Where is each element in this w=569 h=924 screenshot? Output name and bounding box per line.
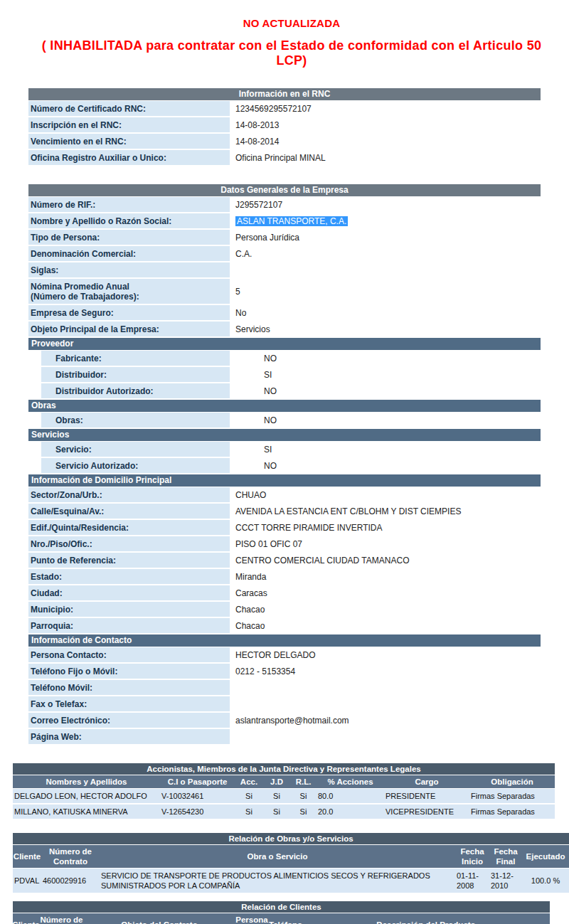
field-label: Punto de Referencia: [28, 553, 230, 568]
field-value: NO [230, 458, 541, 473]
field-label: Vencimiento en el RNC: [28, 134, 230, 149]
field-label: Correo Electrónico: [28, 713, 230, 728]
field-value [230, 262, 541, 277]
selected-company-name: ASLAN TRANSPORTE, C.A. [235, 216, 348, 226]
cell-cedula: V-12654230 [160, 804, 235, 819]
cell-numero-contrato: 4600029916 [41, 869, 100, 893]
field-value: CENTRO COMERCIAL CIUDAD TAMANACO [230, 553, 541, 568]
field-value: HECTOR DELGADO [230, 647, 541, 662]
cell-porcentaje: 20.0 [317, 804, 384, 819]
field-value: Miranda [230, 569, 541, 584]
column-header: Cargo [384, 775, 469, 788]
cell-acc: Si [235, 789, 263, 803]
field-value [230, 680, 541, 695]
field-value: Servicios [230, 322, 541, 336]
column-header: Ejecutado [522, 845, 569, 868]
field-label: Siglas: [28, 262, 230, 277]
field-value: AVENIDA LA ESTANCIA ENT C/BLOHM Y DIST C… [230, 504, 541, 519]
field-value: NO [230, 383, 541, 398]
info-row-parroquia: Parroquia: Chacao [28, 618, 541, 633]
column-header: Fecha Final [489, 845, 522, 868]
field-label: Persona Contacto: [28, 647, 230, 662]
info-row-vencimiento: Vencimiento en el RNC: 14-08-2014 [28, 134, 541, 149]
field-label: Inscripción en el RNC: [28, 117, 230, 132]
info-row-distribuidor-autorizado: Distribuidor Autorizado: NO [28, 383, 541, 398]
table-title: Relación de Obras y/o Servicios [13, 833, 569, 844]
table-row: MILLANO, KATIUSKA MINERVA V-12654230 Si … [13, 804, 555, 819]
field-value: NO [230, 351, 541, 366]
field-value [230, 729, 541, 744]
info-row-telefono-movil: Teléfono Móvil: [28, 680, 541, 695]
cell-jd: Si [263, 804, 290, 819]
section-rnc-info: Información en el RNC Número de Certific… [28, 88, 541, 165]
field-value: Caracas [230, 585, 541, 600]
field-label: Ciudad: [28, 585, 230, 600]
info-row-objeto: Objeto Principal de la Empresa: Servicio… [28, 322, 541, 336]
field-label: Distribuidor: [41, 367, 230, 382]
field-label: Municipio: [28, 602, 230, 617]
field-value: C.A. [230, 246, 541, 261]
field-label: Teléfono Móvil: [28, 680, 230, 695]
field-value: NO [230, 413, 541, 428]
field-value: 1234569295572107 [230, 101, 541, 116]
field-value: No [230, 305, 541, 320]
info-row-servicio: Servicio: SI [28, 442, 541, 457]
field-label: Fax o Telefax: [28, 696, 230, 711]
field-value: CHUAO [230, 487, 541, 502]
info-row-fabricante: Fabricante: NO [28, 351, 541, 366]
column-header: Fecha Inicio [455, 845, 489, 868]
info-row-edificio: Edif./Quinta/Residencia: CCCT TORRE PIRA… [28, 520, 541, 535]
info-row-distribuidor: Distribuidor: SI [28, 367, 541, 382]
cell-cargo: PRESIDENTE [384, 789, 469, 803]
info-row-obras: Obras: NO [28, 413, 541, 428]
subsection-title-proveedor: Proveedor [28, 338, 541, 350]
column-header: Cliente [13, 845, 41, 868]
cell-porcentaje: 80.0 [317, 789, 384, 803]
cell-fecha-final: 31-12-2010 [489, 869, 522, 893]
disqualification-notice-line2: LCP) [0, 53, 569, 68]
field-label: Tipo de Persona: [28, 230, 230, 245]
field-label: Número de RIF.: [28, 197, 230, 212]
cell-cargo: VICEPRESIDENTE [384, 804, 469, 819]
field-label: Teléfono Fijo o Móvil: [28, 664, 230, 679]
column-header: % Acciones [317, 775, 384, 788]
info-row-persona-contacto: Persona Contacto: HECTOR DELGADO [28, 647, 541, 662]
field-value: 5 [230, 279, 541, 304]
field-label: Servicio Autorizado: [41, 458, 230, 473]
status-not-updated-text: NO ACTUALIZADA [0, 17, 569, 29]
info-row-nomina: Nómina Promedio Anual (Número de Trabaja… [28, 279, 541, 304]
info-row-seguro: Empresa de Seguro: No [28, 305, 541, 320]
field-value: CCCT TORRE PIRAMIDE INVERTIDA [230, 520, 541, 535]
cell-jd: Si [263, 789, 290, 803]
table-accionistas: Accionistas, Miembros de la Junta Direct… [13, 763, 555, 819]
table-header-row: Nombres y Apellidos C.I o Pasaporte Acc.… [13, 775, 555, 788]
info-row-servicio-autorizado: Servicio Autorizado: NO [28, 458, 541, 473]
info-row-estado: Estado: Miranda [28, 569, 541, 584]
field-value: Oficina Principal MINAL [230, 150, 541, 165]
field-value: Persona Jurídica [230, 230, 541, 245]
cell-obligacion: Firmas Separadas [469, 804, 555, 819]
info-row-certificado: Número de Certificado RNC: 1234569295572… [28, 101, 541, 116]
field-label: Calle/Esquina/Av.: [28, 504, 230, 519]
cell-cedula: V-10032461 [160, 789, 235, 803]
cell-ejecutado: 100.0 % [522, 869, 569, 893]
info-row-telefono-fijo: Teléfono Fijo o Móvil: 0212 - 5153354 [28, 664, 541, 679]
disqualification-notice-line1: ( INHABILITADA para contratar con el Est… [42, 38, 542, 53]
field-label: Fabricante: [41, 351, 230, 366]
field-label: Edif./Quinta/Residencia: [28, 520, 230, 535]
info-row-denominacion: Denominación Comercial: C.A. [28, 246, 541, 261]
table-title: Accionistas, Miembros de la Junta Direct… [13, 763, 555, 775]
field-value: PISO 01 OFIC 07 [230, 536, 541, 551]
field-label: Estado: [28, 569, 230, 584]
info-row-rif: Número de RIF.: J295572107 [28, 197, 541, 212]
section-title: Datos Generales de la Empresa [28, 184, 541, 196]
info-row-razon-social: Nombre y Apellido o Razón Social: ASLAN … [28, 213, 541, 228]
field-value: 14-08-2014 [230, 134, 541, 149]
info-row-oficina: Oficina Registro Auxiliar o Unico: Ofici… [28, 150, 541, 165]
field-label: Nro./Piso/Ofic.: [28, 536, 230, 551]
cell-fecha-inicio: 01-11-2008 [455, 869, 489, 893]
field-value [230, 696, 541, 711]
column-header: Objeto del Contrato [84, 913, 235, 924]
table-obras-servicios: Relación de Obras y/o Servicios Cliente … [13, 833, 569, 893]
field-value: J295572107 [230, 197, 541, 212]
